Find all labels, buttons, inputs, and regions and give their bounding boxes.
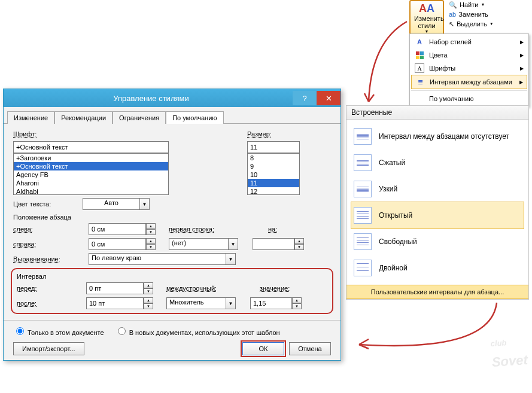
spacing-option-label: Свободный <box>379 237 417 246</box>
line-spacing-label: междустрочный: <box>166 285 232 292</box>
spin-up[interactable]: ▲ <box>144 282 153 288</box>
font-option[interactable]: +Основной текст <box>14 162 168 170</box>
tab-3[interactable]: По умолчанию <box>166 111 223 124</box>
first-line-combo[interactable]: (нет) ▼ <box>169 238 238 250</box>
right-label: справа: <box>13 240 85 248</box>
right-spinner[interactable]: ▲▼ <box>89 238 156 250</box>
spacing-preview-icon <box>354 154 372 171</box>
spacing-option-label: Сжатый <box>379 159 405 167</box>
chevron-down-icon: ▼ <box>490 19 494 29</box>
left-spinner[interactable]: ▲▼ <box>89 223 156 235</box>
value-spinner[interactable]: ▲▼ <box>250 297 302 309</box>
tab-2[interactable]: Ограничения <box>113 111 166 124</box>
size-input[interactable] <box>247 141 300 153</box>
cancel-button[interactable]: Отмена <box>289 342 331 355</box>
size-option[interactable]: 8 <box>248 154 299 162</box>
builtin-spacing-panel: Встроенные Интервал между абзацами отсут… <box>346 105 529 300</box>
menu-item-label: Цвета <box>429 51 448 59</box>
chevron-right-icon: ▶ <box>520 66 524 71</box>
before-label: перед: <box>17 285 83 292</box>
colors-icon <box>415 50 424 60</box>
tab-0[interactable]: Изменение <box>7 111 54 124</box>
spin-up[interactable]: ▲ <box>294 238 304 244</box>
change-styles-label: Изменить стили <box>414 15 439 29</box>
menu-item-style-set[interactable]: A Набор стилей ▶ <box>411 35 527 48</box>
left-label: слева: <box>13 226 85 233</box>
spin-up[interactable]: ▲ <box>146 223 156 229</box>
after-spinner[interactable]: ▲▼ <box>86 297 153 309</box>
spacing-option-label: Открытый <box>379 211 412 220</box>
font-label: Шрифт: <box>13 130 55 138</box>
spin-down[interactable]: ▼ <box>146 229 156 235</box>
menu-item-label: По умолчанию <box>429 95 473 102</box>
spacing-option-label: Узкий <box>379 185 397 193</box>
spacing-option[interactable]: Открытый <box>351 202 524 229</box>
align-label: Выравнивание: <box>13 255 85 263</box>
spacing-preview-icon <box>354 260 372 276</box>
ok-button[interactable]: ОК <box>242 342 284 355</box>
before-spinner[interactable]: ▲▼ <box>86 282 153 294</box>
interval-group-title: Интервал <box>17 273 327 280</box>
size-option[interactable]: 9 <box>248 162 299 170</box>
change-styles-dropdown: A Набор стилей ▶ Цвета ▶ A Шрифты ▶ ≣ Ин… <box>409 33 529 107</box>
by-spinner[interactable]: ▲▼ <box>253 238 304 250</box>
menu-item-fonts[interactable]: A Шрифты ▶ <box>411 62 527 75</box>
after-label: после: <box>17 300 83 307</box>
size-option[interactable]: 11 <box>248 179 299 187</box>
paragraph-position-group: Положение абзаца <box>13 214 331 221</box>
chevron-down-icon: ▼ <box>229 238 238 250</box>
help-button[interactable]: ? <box>293 91 317 105</box>
value-label: значение: <box>260 285 302 292</box>
fonts-icon: A <box>415 63 424 73</box>
menu-item-default[interactable]: По умолчанию <box>411 92 527 105</box>
chevron-down-icon: ▼ <box>140 198 150 210</box>
font-input[interactable] <box>13 141 169 153</box>
chevron-down-icon: ▼ <box>481 0 485 10</box>
menu-item-colors[interactable]: Цвета ▶ <box>411 48 527 62</box>
letters-icon: AA <box>414 2 439 15</box>
tab-1[interactable]: Рекомендации <box>54 111 113 124</box>
size-listbox[interactable]: 89101112 <box>247 153 300 195</box>
spacing-option[interactable]: Свободный <box>351 229 524 255</box>
spacing-option[interactable]: Сжатый <box>351 150 524 176</box>
font-option[interactable]: +Заголовки <box>14 154 168 162</box>
radio-new-docs[interactable]: В новых документах, использующих этот ша… <box>115 325 280 336</box>
font-listbox[interactable]: +Заголовки+Основной текстAgency FBAharon… <box>13 153 169 195</box>
menu-item-label: Набор стилей <box>429 38 472 45</box>
find-button[interactable]: 🔍Найти ▼ <box>449 0 494 10</box>
spacing-option[interactable]: Интервал между абзацами отсутствует <box>351 123 524 150</box>
select-button[interactable]: ↖Выделить ▼ <box>449 19 494 29</box>
spacing-option[interactable]: Узкий <box>351 176 524 202</box>
close-button[interactable]: ✕ <box>317 91 341 105</box>
chevron-down-icon: ▼ <box>226 297 236 309</box>
by-label: на: <box>268 226 310 233</box>
text-color-combo[interactable]: Авто ▼ <box>83 198 150 210</box>
spin-down[interactable]: ▼ <box>292 303 302 309</box>
replace-button[interactable]: abЗаменить <box>449 10 494 19</box>
spin-down[interactable]: ▼ <box>144 303 153 309</box>
font-option[interactable]: Agency FB <box>14 170 168 179</box>
font-option[interactable]: Aldhabi <box>14 187 168 195</box>
manage-styles-dialog: Управление стилями ? ✕ ИзменениеРекоменд… <box>3 89 341 361</box>
align-combo[interactable]: По левому краю ▼ <box>89 253 236 265</box>
menu-item-paragraph-spacing[interactable]: ≣ Интервал между абзацами ▶ <box>411 75 527 89</box>
spacing-preview-icon <box>354 207 372 224</box>
import-export-button[interactable]: Импорт/экспорт... <box>13 342 84 355</box>
spin-up[interactable]: ▲ <box>144 297 153 303</box>
spacing-option[interactable]: Двойной <box>351 255 524 281</box>
size-option[interactable]: 12 <box>248 187 299 195</box>
font-option[interactable]: Aharoni <box>14 179 168 187</box>
text-color-label: Цвет текста: <box>13 200 79 208</box>
radio-this-doc[interactable]: Только в этом документе <box>13 325 104 336</box>
spin-up[interactable]: ▲ <box>292 297 302 303</box>
spacing-option-label: Двойной <box>379 264 408 272</box>
spin-down[interactable]: ▼ <box>294 244 304 250</box>
change-styles-button[interactable]: AA Изменить стили ▼ <box>409 0 444 36</box>
spin-up[interactable]: ▲ <box>146 238 156 244</box>
spin-down[interactable]: ▼ <box>146 244 156 250</box>
spin-down[interactable]: ▼ <box>144 288 153 294</box>
cursor-icon: ↖ <box>449 19 454 29</box>
size-option[interactable]: 10 <box>248 170 299 179</box>
line-spacing-combo[interactable]: Множитель ▼ <box>166 297 236 309</box>
custom-spacing-button[interactable]: Пользовательские интервалы для абзаца... <box>346 285 528 299</box>
